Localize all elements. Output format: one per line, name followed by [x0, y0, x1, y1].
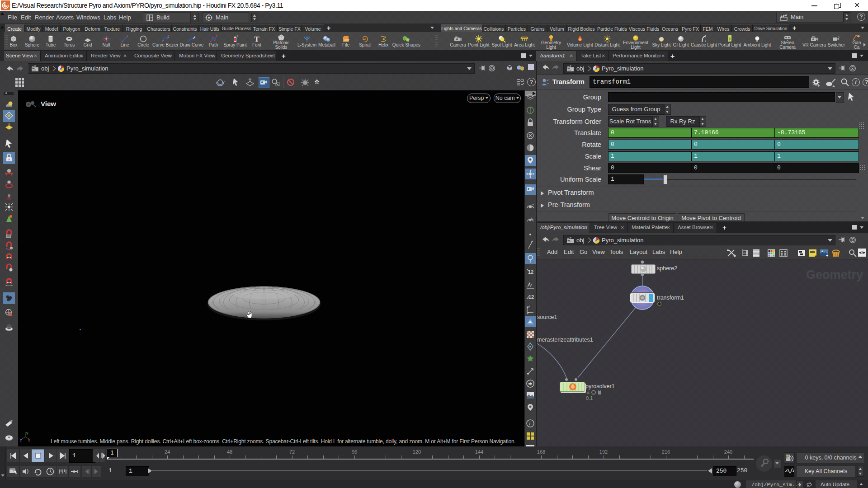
- svg-text:z: z: [20, 438, 22, 442]
- svg-text:x: x: [28, 438, 30, 442]
- svg-text:y: y: [26, 431, 28, 435]
- svg-text:12: 12: [528, 269, 533, 275]
- svg-text:+: +: [826, 253, 828, 258]
- svg-text:12: 12: [528, 294, 534, 300]
- svg-text:i: i: [529, 421, 531, 426]
